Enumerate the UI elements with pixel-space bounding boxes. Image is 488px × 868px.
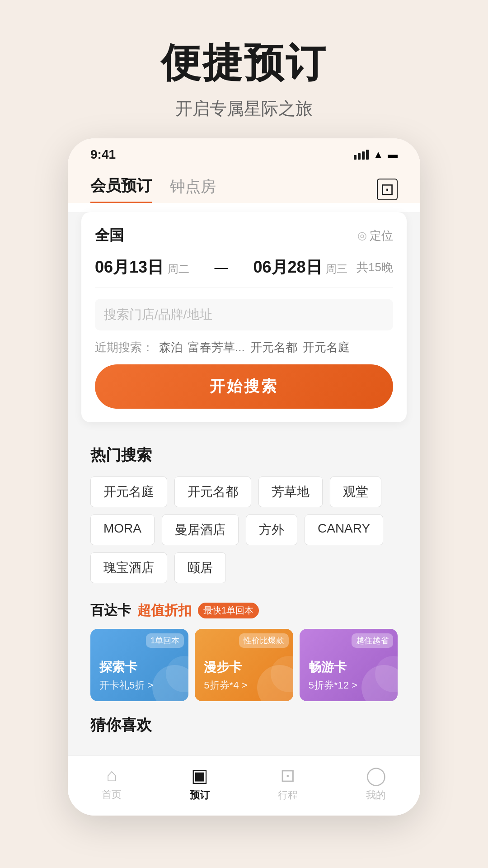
tag-1[interactable]: 开元名庭	[90, 476, 167, 507]
home-label: 首页	[102, 788, 122, 802]
location-text: 全国	[95, 226, 124, 245]
date-row[interactable]: 06月13日 周二 — 06月28日 周三 共15晚	[95, 256, 393, 288]
recent-label: 近期搜索：	[95, 340, 154, 355]
guess-section: 猜你喜欢	[68, 706, 420, 755]
promo-title-main: 百达卡	[90, 601, 131, 620]
page-subtitle: 开启专属星际之旅	[161, 97, 327, 120]
hot-tags-grid: 开元名庭 开元名都 芳草地 观堂 MORA 曼居酒店 方外 CANARY 瑰宝酒…	[90, 476, 398, 583]
date-from-text: 06月13日	[95, 258, 164, 276]
promo-title-highlight: 超值折扣	[137, 601, 192, 620]
tag-8[interactable]: CANARY	[305, 514, 383, 545]
mine-label: 我的	[366, 788, 386, 802]
locate-icon: ◎	[357, 229, 367, 242]
locate-btn[interactable]: ◎ 定位	[357, 228, 393, 244]
date-to-main: 06月28日 周三	[253, 256, 348, 278]
booking-icon: ▣	[191, 765, 208, 786]
recent-tag-2[interactable]: 富春芳草...	[188, 340, 245, 355]
signal-icon	[354, 150, 369, 160]
tab-hourly-room[interactable]: 钟点房	[170, 176, 216, 203]
nav-item-home[interactable]: ⌂ 首页	[102, 765, 122, 802]
nav-item-mine[interactable]: ◯ 我的	[366, 765, 386, 802]
scan-button[interactable]: ⊡	[377, 179, 398, 200]
tag-4[interactable]: 观堂	[330, 476, 381, 507]
search-placeholder-text: 搜索门店/品牌/地址	[104, 306, 212, 323]
nav-tabs: 会员预订 钟点房 ⊡	[68, 166, 420, 203]
promo-badge: 最快1单回本	[198, 603, 259, 618]
hot-search-title: 热门搜索	[90, 445, 398, 466]
tag-7[interactable]: 方外	[246, 514, 297, 545]
date-to-text: 06月28日	[253, 258, 322, 276]
nav-item-booking[interactable]: ▣ 预订	[190, 765, 210, 802]
locate-label: 定位	[370, 228, 393, 244]
day-to-text: 周三	[326, 263, 347, 275]
date-from: 06月13日 周二	[95, 256, 189, 278]
explore-card-badge: 1单回本	[146, 633, 184, 648]
tab-member-booking[interactable]: 会员预订	[90, 175, 152, 203]
promo-header: 百达卡 超值折扣 最快1单回本	[90, 601, 398, 620]
status-time: 9:41	[90, 147, 116, 162]
tag-5[interactable]: MORA	[90, 514, 155, 545]
promo-cards: 1单回本 探索卡 开卡礼5折 > 性价比爆款 漫步卡 5折券*4 > 越住越省 …	[90, 629, 398, 701]
mine-icon: ◯	[366, 765, 386, 786]
stroll-card-badge: 性价比爆款	[239, 633, 289, 648]
recent-tag-1[interactable]: 森泊	[159, 340, 183, 355]
location-row: 全国 ◎ 定位	[95, 226, 393, 245]
phone-mockup: 9:41 ▲ ▬ 会员预订 钟点房 ⊡ 全国 ◎ 定位	[68, 138, 420, 816]
tag-3[interactable]: 芳草地	[258, 476, 323, 507]
hot-search-section: 热门搜索 开元名庭 开元名都 芳草地 观堂 MORA 曼居酒店 方外 CANAR…	[68, 431, 420, 583]
recent-search-row: 近期搜索： 森泊 富春芳草... 开元名都 开元名庭	[95, 340, 393, 355]
travel-card-badge: 越住越省	[352, 633, 393, 648]
tag-6[interactable]: 曼居酒店	[162, 514, 239, 545]
date-from-main: 06月13日 周二	[95, 256, 189, 278]
tab-left: 会员预订 钟点房	[90, 175, 216, 203]
status-bar: 9:41 ▲ ▬	[68, 138, 420, 166]
recent-tag-4[interactable]: 开元名庭	[303, 340, 350, 355]
tag-10[interactable]: 颐居	[174, 552, 226, 583]
nights-text: 共15晚	[357, 259, 393, 275]
status-icons: ▲ ▬	[354, 149, 398, 160]
booking-label: 预订	[190, 788, 210, 802]
tag-9[interactable]: 瑰宝酒店	[90, 552, 167, 583]
tag-2[interactable]: 开元名都	[174, 476, 251, 507]
home-icon: ⌂	[106, 765, 117, 785]
day-from-text: 周二	[168, 263, 189, 275]
itinerary-icon: ⊡	[280, 765, 296, 786]
promo-section: 百达卡 超值折扣 最快1单回本 1单回本 探索卡 开卡礼5折 > 性价比爆款 漫…	[68, 597, 420, 706]
promo-card-travel[interactable]: 越住越省 畅游卡 5折券*12 >	[300, 629, 398, 701]
bottom-nav: ⌂ 首页 ▣ 预订 ⊡ 行程 ◯ 我的	[68, 755, 420, 816]
search-button[interactable]: 开始搜索	[95, 364, 393, 409]
page-header: 便捷预订 开启专属星际之旅	[161, 0, 327, 138]
battery-icon: ▬	[388, 149, 398, 160]
promo-card-stroll[interactable]: 性价比爆款 漫步卡 5折券*4 >	[195, 629, 293, 701]
recent-tag-3[interactable]: 开元名都	[250, 340, 297, 355]
page-title: 便捷预订	[161, 36, 327, 90]
search-card: 全国 ◎ 定位 06月13日 周二 — 06月28日 周三	[81, 212, 407, 422]
date-arrow: —	[198, 260, 244, 275]
guess-title: 猜你喜欢	[90, 715, 398, 736]
promo-card-explore[interactable]: 1单回本 探索卡 开卡礼5折 >	[90, 629, 188, 701]
date-to: 06月28日 周三	[253, 256, 348, 278]
search-input-row[interactable]: 搜索门店/品牌/地址	[95, 299, 393, 330]
itinerary-label: 行程	[278, 788, 298, 802]
phone-content: 全国 ◎ 定位 06月13日 周二 — 06月28日 周三	[68, 212, 420, 755]
nav-item-itinerary[interactable]: ⊡ 行程	[278, 765, 298, 802]
wifi-icon: ▲	[373, 149, 383, 160]
